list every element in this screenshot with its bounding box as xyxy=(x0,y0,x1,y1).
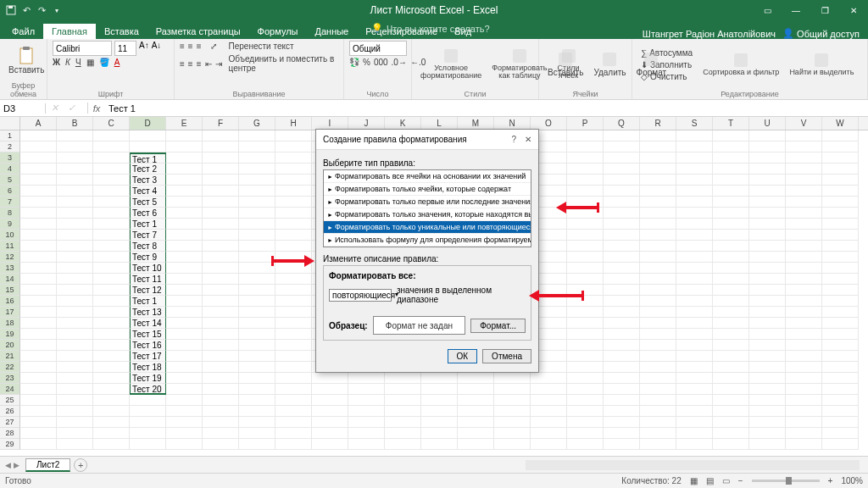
cell[interactable] xyxy=(531,406,567,417)
cell[interactable]: Тест 16 xyxy=(130,340,166,351)
cell[interactable] xyxy=(130,395,166,406)
cell[interactable] xyxy=(676,406,713,417)
cell[interactable] xyxy=(567,373,604,384)
select-all-corner[interactable] xyxy=(0,117,20,130)
cell[interactable] xyxy=(203,175,239,186)
cell[interactable] xyxy=(713,164,749,175)
cell[interactable] xyxy=(239,384,275,395)
delete-cells-button[interactable]: Удалить xyxy=(590,51,629,79)
row-header[interactable]: 5 xyxy=(0,175,20,186)
column-header[interactable]: W xyxy=(822,117,859,130)
cell[interactable] xyxy=(822,351,859,362)
cell[interactable]: Тест 13 xyxy=(130,307,166,318)
cell[interactable] xyxy=(20,186,57,197)
cell[interactable]: Тест 12 xyxy=(130,285,166,296)
cell[interactable] xyxy=(822,340,859,351)
column-header[interactable]: I xyxy=(312,117,348,130)
cell[interactable] xyxy=(604,351,640,362)
row-header[interactable]: 18 xyxy=(0,318,20,329)
cell[interactable] xyxy=(203,340,239,351)
align-bottom-icon[interactable]: ≡ xyxy=(197,42,202,51)
cell[interactable] xyxy=(20,285,57,296)
cell[interactable] xyxy=(640,307,676,318)
cell[interactable] xyxy=(567,263,604,274)
cell[interactable] xyxy=(421,373,458,384)
align-middle-icon[interactable]: ≡ xyxy=(188,42,193,51)
cell[interactable] xyxy=(275,274,312,285)
cell[interactable] xyxy=(676,274,713,285)
cell[interactable] xyxy=(494,373,531,384)
cell[interactable] xyxy=(385,373,421,384)
cell[interactable] xyxy=(786,130,822,141)
cell[interactable] xyxy=(640,130,676,141)
cell[interactable] xyxy=(20,130,57,141)
font-name-combo[interactable]: Calibri xyxy=(53,41,112,56)
cell[interactable] xyxy=(166,197,203,208)
cell[interactable] xyxy=(166,439,203,450)
cell[interactable] xyxy=(93,329,130,340)
sheet-nav[interactable]: ◀ ▶ xyxy=(5,461,19,469)
cell[interactable] xyxy=(822,318,859,329)
cell[interactable] xyxy=(20,439,57,450)
cell[interactable] xyxy=(494,384,531,395)
cell[interactable] xyxy=(203,219,239,230)
find-select-button[interactable]: Найти и выделить xyxy=(786,52,857,78)
cell[interactable] xyxy=(786,318,822,329)
cell[interactable] xyxy=(20,340,57,351)
cell[interactable] xyxy=(567,340,604,351)
cell[interactable] xyxy=(239,263,275,274)
cell[interactable] xyxy=(20,197,57,208)
cell[interactable] xyxy=(640,329,676,340)
tab-вставка[interactable]: Вставка xyxy=(96,24,147,39)
underline-button[interactable]: Ч xyxy=(75,58,81,67)
cell[interactable] xyxy=(640,152,676,164)
row-header[interactable]: 9 xyxy=(0,219,20,230)
cell[interactable] xyxy=(604,241,640,252)
row-header[interactable]: 7 xyxy=(0,197,20,208)
cell[interactable] xyxy=(567,384,604,395)
cell[interactable] xyxy=(640,219,676,230)
cell[interactable] xyxy=(604,318,640,329)
cell[interactable] xyxy=(822,141,859,152)
cell[interactable] xyxy=(203,406,239,417)
cell[interactable] xyxy=(676,340,713,351)
cell[interactable] xyxy=(676,318,713,329)
cell[interactable] xyxy=(749,362,786,373)
cell[interactable] xyxy=(786,428,822,439)
cell[interactable] xyxy=(130,141,166,152)
cell[interactable] xyxy=(567,141,604,152)
cell[interactable] xyxy=(713,241,749,252)
cell[interactable] xyxy=(93,428,130,439)
cell[interactable] xyxy=(93,296,130,307)
cell[interactable] xyxy=(786,351,822,362)
cell[interactable] xyxy=(239,318,275,329)
cell[interactable] xyxy=(604,252,640,263)
cell[interactable] xyxy=(458,417,494,428)
cell[interactable] xyxy=(604,175,640,186)
cell[interactable] xyxy=(822,208,859,219)
cell[interactable] xyxy=(786,307,822,318)
cell[interactable] xyxy=(57,318,93,329)
cell[interactable] xyxy=(567,152,604,164)
accept-formula-icon[interactable]: ✓ xyxy=(63,103,80,114)
cell[interactable] xyxy=(385,428,421,439)
cell[interactable] xyxy=(57,241,93,252)
cell[interactable] xyxy=(93,318,130,329)
cell[interactable] xyxy=(786,274,822,285)
cell[interactable] xyxy=(239,130,275,141)
cell[interactable] xyxy=(93,197,130,208)
ok-button[interactable]: ОК xyxy=(448,349,478,363)
cell[interactable] xyxy=(458,439,494,450)
decrease-font-icon[interactable]: A↓ xyxy=(152,41,162,56)
cell[interactable] xyxy=(640,164,676,175)
cell[interactable] xyxy=(604,219,640,230)
cell[interactable] xyxy=(275,417,312,428)
cell[interactable] xyxy=(822,252,859,263)
cell[interactable] xyxy=(567,439,604,450)
cell[interactable] xyxy=(166,373,203,384)
cell[interactable] xyxy=(239,351,275,362)
cell[interactable] xyxy=(57,274,93,285)
cell[interactable] xyxy=(786,406,822,417)
row-header[interactable]: 4 xyxy=(0,164,20,175)
cell[interactable] xyxy=(822,219,859,230)
